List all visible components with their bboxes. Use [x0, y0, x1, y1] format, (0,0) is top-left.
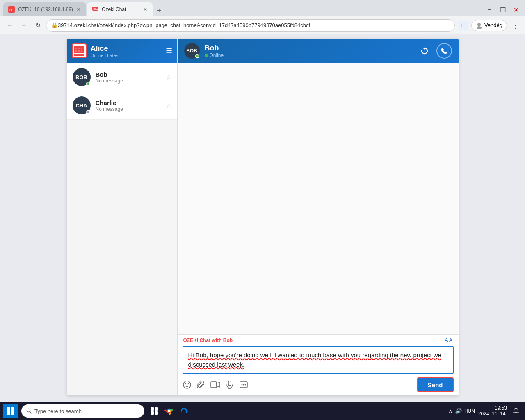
sidebar-user-name: Alice [91, 44, 162, 53]
chevron-up-icon[interactable]: ∧ [448, 408, 452, 414]
edge-taskbar-icon[interactable] [177, 404, 190, 418]
tab-chat[interactable]: Chat Ozeki Chat ✕ [87, 2, 153, 16]
minimize-button[interactable]: − [484, 5, 495, 15]
taskbar-search[interactable]: Type here to search [21, 404, 144, 418]
video-button[interactable] [210, 380, 220, 389]
contact-list: BOB Bob No message ☆ CHA [67, 63, 177, 395]
svg-point-7 [477, 26, 482, 29]
mic-button[interactable] [225, 380, 234, 389]
chat-label: OZEKI Chat with Bob [183, 338, 233, 343]
send-button[interactable]: Send [417, 377, 454, 392]
chat-message-span: Hi Bob, hope you're doing well. I wanted… [188, 352, 441, 368]
contact-info-charlie: Charlie No message [96, 99, 161, 112]
reload-button[interactable]: ↻ [32, 20, 43, 31]
app-area: Alice Online | Latest ☰ BOB [0, 34, 525, 402]
tab-ozeki[interactable]: O OZEKI 10 (192.168.1.89) ✕ [3, 2, 86, 16]
logo-cell [79, 51, 82, 54]
translate-button[interactable]: Tr [457, 20, 469, 31]
svg-rect-26 [151, 407, 154, 411]
chat-tab-icon: Chat [92, 6, 98, 13]
svg-point-31 [168, 410, 170, 412]
chat-contact-name: Bob [205, 44, 412, 52]
taskbar-search-text: Type here to search [34, 408, 82, 414]
tab-ozeki-label: OZEKI 10 (192.168.1.89) [18, 7, 73, 12]
chat-message-text[interactable]: Hi Bob, hope you're doing well. I wanted… [183, 347, 453, 373]
contact-avatar-bob: BOB [73, 68, 91, 86]
contact-item-bob[interactable]: BOB Bob No message ☆ [67, 63, 177, 91]
svg-rect-13 [228, 381, 231, 386]
taskbar-clock: 19:53 2024. 11. 14. [478, 405, 507, 417]
start-button[interactable] [3, 404, 18, 418]
svg-point-10 [187, 383, 188, 384]
extra-button[interactable] [239, 380, 248, 389]
chat-online-indicator [205, 54, 208, 57]
attach-button[interactable] [196, 380, 205, 389]
taskbar: Type here to search ∧ 🔊 HUN 19:53 2024. … [0, 402, 525, 420]
logo-cell [82, 51, 84, 54]
phone-button[interactable] [436, 43, 452, 59]
task-view-button[interactable] [148, 404, 161, 418]
logo-cell [79, 54, 82, 56]
ozeki-logo [72, 43, 87, 58]
chat-label-bar: OZEKI Chat with Bob A A [178, 335, 459, 346]
new-tab-button[interactable]: + [153, 5, 165, 16]
lock-icon: 🔒 [51, 22, 58, 28]
sidebar-online-text: Online [91, 53, 104, 58]
back-button[interactable]: ← [4, 20, 16, 31]
logo-cell [82, 54, 84, 56]
status-dot-bob [86, 82, 90, 86]
contact-item-charlie[interactable]: CHA Charlie No message ☆ [67, 91, 177, 120]
address-bar[interactable]: 🔒 39714.ozeki.chat/ozeki/index.php?owpn=… [46, 19, 455, 32]
browser-close-button[interactable]: ✕ [510, 5, 522, 15]
svg-rect-11 [211, 382, 217, 388]
app-container: Alice Online | Latest ☰ BOB [67, 39, 459, 395]
sidebar-user-info: Alice Online | Latest [91, 44, 162, 58]
chat-toolbar: Send [178, 374, 459, 395]
profile-button[interactable]: Vendég [471, 20, 507, 31]
logo-cell [82, 48, 84, 51]
restore-button[interactable]: ❐ [497, 5, 509, 15]
star-charlie[interactable]: ☆ [166, 102, 171, 110]
tab-chat-close[interactable]: ✕ [143, 6, 148, 13]
taskbar-icons [148, 404, 190, 418]
browser-toolbar: ← → ↻ 🔒 39714.ozeki.chat/ozeki/index.php… [0, 16, 525, 34]
logo-cell [74, 48, 76, 51]
chat-header: BOB Bob Online [178, 39, 459, 63]
notification-button[interactable] [510, 405, 522, 417]
chat-status-dot [195, 54, 199, 58]
refresh-button[interactable] [417, 43, 432, 59]
ozeki-tab-icon: O [8, 6, 15, 13]
chat-avatar-text: BOB [186, 48, 197, 54]
font-size-toggle[interactable]: A A [445, 337, 453, 343]
chat-label-suffix: with Bob [212, 338, 233, 343]
taskbar-right: ∧ 🔊 HUN 19:53 2024. 11. 14. [448, 405, 522, 417]
logo-cell [79, 46, 82, 48]
svg-point-8 [183, 381, 191, 388]
sidebar-menu-button[interactable]: ☰ [166, 46, 172, 55]
chat-compose-area: OZEKI Chat with Bob A A Hi Bob, hope you… [178, 334, 459, 395]
browser-menu-button[interactable]: ⋮ [509, 20, 521, 31]
volume-icon[interactable]: 🔊 [455, 408, 462, 414]
svg-line-25 [30, 412, 32, 414]
status-dot-charlie [86, 110, 90, 114]
emoji-button[interactable] [183, 380, 192, 389]
taskbar-time: 19:53 [478, 405, 507, 411]
sidebar: Alice Online | Latest ☰ BOB [67, 39, 178, 395]
chat-input-wrapper: Hi Bob, hope you're doing well. I wanted… [183, 346, 454, 374]
svg-rect-27 [155, 407, 158, 411]
chrome-taskbar-icon[interactable] [162, 404, 176, 418]
contact-avatar-charlie: CHA [73, 96, 91, 114]
logo-cell [76, 51, 79, 54]
forward-button[interactable]: → [18, 20, 30, 31]
lang-label: HUN [464, 408, 475, 414]
svg-rect-28 [151, 411, 154, 415]
tab-ozeki-close[interactable]: ✕ [76, 6, 81, 13]
contact-name-bob: Bob [96, 71, 161, 78]
svg-rect-29 [155, 411, 158, 415]
chat-label-prefix: OZEKI Chat [183, 338, 211, 343]
sidebar-filter-text: Latest [107, 53, 119, 58]
svg-point-9 [185, 383, 186, 384]
svg-point-17 [241, 384, 242, 386]
star-bob[interactable]: ☆ [166, 73, 171, 81]
logo-cell [74, 51, 76, 54]
